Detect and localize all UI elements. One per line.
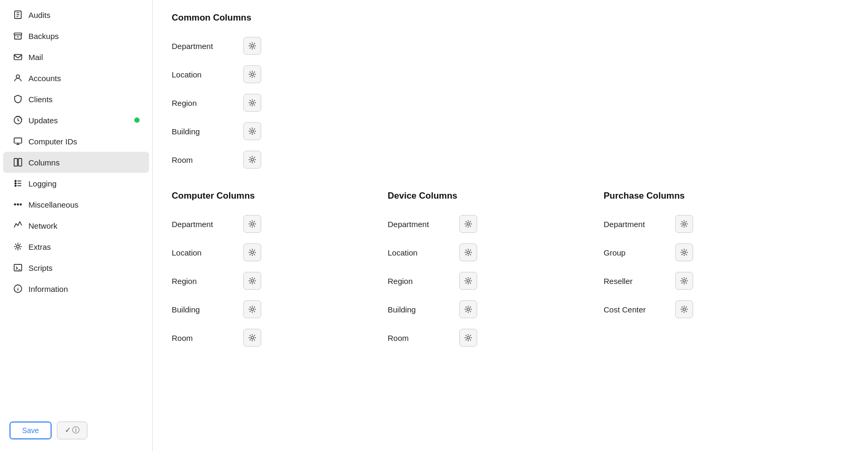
sidebar-item-computer-ids[interactable]: Computer IDs xyxy=(3,131,149,152)
svg-point-9 xyxy=(15,183,16,184)
gear-button[interactable] xyxy=(675,272,693,290)
svg-point-35 xyxy=(683,308,686,311)
sidebar-item-accounts[interactable]: Accounts xyxy=(3,67,149,89)
sidebar-item-network[interactable]: Network xyxy=(3,215,149,236)
column-label: Room xyxy=(172,155,235,164)
table-row: Department xyxy=(388,210,583,238)
table-row: Group xyxy=(604,238,798,267)
table-row: Department xyxy=(172,210,367,238)
sidebar-item-miscellaneous[interactable]: Miscellaneous xyxy=(3,194,149,215)
gear-button[interactable] xyxy=(243,151,261,169)
sidebar-item-label: Audits xyxy=(28,11,51,19)
sidebar-item-extras[interactable]: Extras xyxy=(3,236,149,257)
gear-button[interactable] xyxy=(243,243,261,261)
sidebar-item-label: Columns xyxy=(28,158,60,167)
column-label: Building xyxy=(172,127,235,136)
nav-list: Audits Backups Mail Accounts Clients Upd… xyxy=(0,4,152,299)
gear-button[interactable] xyxy=(243,94,261,112)
save-button[interactable]: Save xyxy=(9,421,52,439)
bottom-sections: Computer Columns Department Location Reg… xyxy=(172,191,849,352)
table-row: Department xyxy=(604,210,798,238)
column-label: Location xyxy=(172,248,235,257)
sidebar-item-label: Accounts xyxy=(28,74,61,83)
table-row: Department xyxy=(172,32,849,60)
gear-button[interactable] xyxy=(459,272,477,290)
column-label: Room xyxy=(172,334,235,342)
sidebar-item-audits[interactable]: Audits xyxy=(3,4,149,25)
column-label: Department xyxy=(172,42,235,51)
sidebar-item-label: Clients xyxy=(28,95,53,104)
column-label: Region xyxy=(172,277,235,286)
column-label: Department xyxy=(604,220,667,229)
device-columns-section: Device Columns Department Location Regio… xyxy=(388,191,583,352)
gear-button[interactable] xyxy=(243,215,261,233)
table-row: Building xyxy=(172,117,849,145)
svg-point-19 xyxy=(251,102,254,104)
column-label: Building xyxy=(388,305,451,314)
table-row: Location xyxy=(388,238,583,267)
svg-rect-1 xyxy=(14,33,22,35)
gear-button[interactable] xyxy=(459,329,477,347)
gear-button[interactable] xyxy=(243,272,261,290)
scripts-icon xyxy=(13,262,23,273)
svg-point-3 xyxy=(16,75,19,78)
sidebar-item-updates[interactable]: Updates xyxy=(3,110,149,131)
svg-point-30 xyxy=(467,308,470,311)
svg-point-23 xyxy=(251,251,254,254)
update-icon xyxy=(13,115,23,125)
svg-point-32 xyxy=(683,223,686,226)
check-button[interactable]: ✓ⓘ xyxy=(57,421,87,439)
table-row: Location xyxy=(172,238,367,267)
sidebar-item-information[interactable]: Information xyxy=(3,278,149,299)
sidebar-item-label: Extras xyxy=(28,242,51,251)
computer-columns-rows: Department Location Region Building Room xyxy=(172,210,367,352)
gear-button[interactable] xyxy=(243,65,261,83)
sidebar-item-label: Miscellaneous xyxy=(28,200,78,209)
gear-button[interactable] xyxy=(675,243,693,261)
table-row: Room xyxy=(172,323,367,352)
sidebar-item-scripts[interactable]: Scripts xyxy=(3,257,149,278)
table-row: Region xyxy=(172,89,849,117)
update-badge xyxy=(134,117,140,123)
common-columns-title: Common Columns xyxy=(172,13,849,23)
gear-button[interactable] xyxy=(243,37,261,55)
sidebar-item-logging[interactable]: Logging xyxy=(3,173,149,194)
gear-button[interactable] xyxy=(459,300,477,318)
gear-button[interactable] xyxy=(459,243,477,261)
misc-icon xyxy=(13,199,23,210)
check-icon: ✓ xyxy=(65,426,71,434)
svg-point-31 xyxy=(467,337,470,339)
gear-button[interactable] xyxy=(459,215,477,233)
table-row: Cost Center xyxy=(604,295,798,323)
monitor-icon xyxy=(13,136,23,146)
sidebar-item-backups[interactable]: Backups xyxy=(3,25,149,46)
sidebar-footer: Save ✓ⓘ xyxy=(0,416,152,445)
computer-columns-section: Computer Columns Department Location Reg… xyxy=(172,191,367,352)
svg-point-18 xyxy=(251,73,254,76)
purchase-columns-title: Purchase Columns xyxy=(604,191,798,201)
gear-button[interactable] xyxy=(243,122,261,140)
sidebar-item-clients[interactable]: Clients xyxy=(3,89,149,110)
svg-point-29 xyxy=(467,280,470,282)
column-label: Room xyxy=(388,334,451,342)
svg-point-14 xyxy=(16,245,19,248)
archive-icon xyxy=(13,31,23,41)
gear-button[interactable] xyxy=(243,300,261,318)
column-label: Region xyxy=(388,277,451,286)
table-row: Building xyxy=(388,295,583,323)
info-icon-btn: ⓘ xyxy=(72,426,80,434)
sidebar-item-columns[interactable]: Columns xyxy=(3,152,149,173)
column-label: Building xyxy=(172,305,235,314)
svg-point-12 xyxy=(17,204,19,205)
gear-button[interactable] xyxy=(243,329,261,347)
column-label: Department xyxy=(172,220,235,229)
device-columns-title: Device Columns xyxy=(388,191,583,201)
svg-point-21 xyxy=(251,159,254,161)
sidebar-item-mail[interactable]: Mail xyxy=(3,46,149,67)
svg-rect-6 xyxy=(14,159,17,166)
gear-button[interactable] xyxy=(675,300,693,318)
table-row: Region xyxy=(388,267,583,295)
logging-icon xyxy=(13,178,23,189)
svg-point-25 xyxy=(251,308,254,311)
gear-button[interactable] xyxy=(675,215,693,233)
